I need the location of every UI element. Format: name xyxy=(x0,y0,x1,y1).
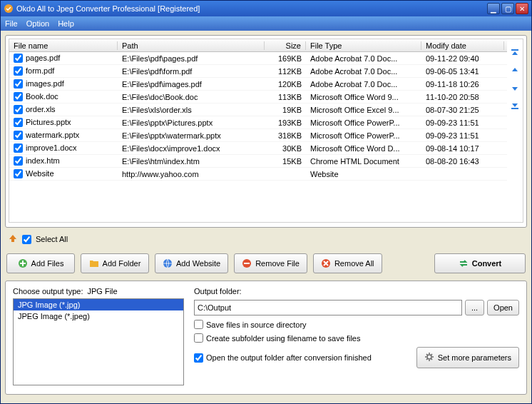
svg-rect-1 xyxy=(511,49,518,51)
table-row[interactable]: pages.pdfE:\Files\pdf\pages.pdf169KBAdob… xyxy=(9,52,507,65)
open-after-checkbox[interactable] xyxy=(194,353,203,363)
window-title: Okdo All to Jpeg Converter Professional … xyxy=(16,4,487,13)
table-row[interactable]: improve1.docxE:\Files\docx\improve1.docx… xyxy=(9,142,507,155)
save-in-source-checkbox[interactable] xyxy=(194,320,203,329)
move-up-button[interactable] xyxy=(509,65,521,76)
output-type-current: JPG File xyxy=(87,287,117,296)
globe-icon xyxy=(163,258,173,268)
close-button[interactable]: ✕ xyxy=(516,3,528,14)
save-in-source-label: Save files in source directory xyxy=(206,320,307,329)
plus-icon xyxy=(18,258,28,268)
maximize-button[interactable]: ▢ xyxy=(501,3,514,14)
add-website-button[interactable]: Add Website xyxy=(155,253,228,273)
row-checkbox[interactable] xyxy=(14,118,23,127)
menu-file[interactable]: File xyxy=(5,19,18,28)
table-row[interactable]: form.pdfE:\Files\pdf\form.pdf112KBAdobe … xyxy=(9,65,507,78)
row-checkbox[interactable] xyxy=(14,131,23,140)
select-all-checkbox[interactable] xyxy=(22,235,31,244)
remove-file-button[interactable]: Remove File xyxy=(234,253,307,273)
create-subfolder-label: Create subfolder using filename to save … xyxy=(206,334,360,343)
output-folder-label: Output folder: xyxy=(194,287,519,296)
convert-icon xyxy=(459,258,469,268)
row-checkbox[interactable] xyxy=(14,156,23,166)
table-row[interactable]: order.xlsE:\Files\xls\order.xls19KBMicro… xyxy=(9,103,507,116)
table-row[interactable]: Websitehttp://www.yahoo.comWebsite xyxy=(9,168,507,181)
gear-icon xyxy=(424,352,434,363)
output-panel: Choose output type: JPG File JPG Image (… xyxy=(5,281,527,395)
header-filename[interactable]: File name xyxy=(9,41,118,50)
browse-button[interactable]: ... xyxy=(465,300,484,315)
list-item[interactable]: JPG Image (*.jpg) xyxy=(14,299,183,310)
output-folder-input[interactable] xyxy=(194,300,462,315)
app-icon xyxy=(4,4,14,14)
add-files-button[interactable]: Add Files xyxy=(6,253,75,273)
row-checkbox[interactable] xyxy=(14,105,23,114)
create-subfolder-checkbox[interactable] xyxy=(194,333,203,343)
table-row[interactable]: Pictures.pptxE:\Files\pptx\Pictures.pptx… xyxy=(9,116,507,129)
table-body: pages.pdfE:\Files\pdf\pages.pdf169KBAdob… xyxy=(9,52,507,181)
move-down-button[interactable] xyxy=(509,82,521,94)
menu-help[interactable]: Help xyxy=(58,19,74,28)
output-folder-section: Output folder: ... Open Save files in so… xyxy=(194,287,519,385)
action-button-row: Add Files Add Folder Add Website Remove … xyxy=(5,251,527,276)
svg-rect-6 xyxy=(244,263,250,264)
open-folder-button[interactable]: Open xyxy=(487,300,519,315)
move-bottom-button[interactable] xyxy=(509,99,521,111)
file-list-panel: File name Path Size File Type Modify dat… xyxy=(5,35,527,228)
row-checkbox[interactable] xyxy=(14,92,23,101)
table-row[interactable]: index.htmE:\Files\htm\index.htm15KBChrom… xyxy=(9,155,507,168)
row-checkbox[interactable] xyxy=(14,143,23,153)
output-type-listbox[interactable]: JPG Image (*.jpg) JPEG Image (*.jpeg) xyxy=(13,298,184,385)
menubar: File Option Help xyxy=(1,16,531,31)
table-header: File name Path Size File Type Modify dat… xyxy=(9,39,507,52)
list-item[interactable]: JPEG Image (*.jpeg) xyxy=(14,310,183,322)
row-checkbox[interactable] xyxy=(14,54,23,63)
header-path[interactable]: Path xyxy=(118,41,265,50)
folder-icon xyxy=(89,258,99,268)
minus-icon xyxy=(242,258,252,268)
header-size[interactable]: Size xyxy=(265,41,306,50)
output-type-label: Choose output type: xyxy=(13,287,83,296)
row-checkbox[interactable] xyxy=(14,66,23,76)
titlebar: Okdo All to Jpeg Converter Professional … xyxy=(1,1,531,16)
header-filetype[interactable]: File Type xyxy=(306,41,421,50)
svg-point-8 xyxy=(427,355,431,359)
convert-button[interactable]: Convert xyxy=(434,253,526,273)
remove-all-button[interactable]: Remove All xyxy=(313,253,382,273)
table-row[interactable]: Book.docE:\Files\doc\Book.doc113KBMicros… xyxy=(9,91,507,103)
menu-option[interactable]: Option xyxy=(26,19,49,28)
table-row[interactable]: watermark.pptxE:\Files\pptx\watermark.pp… xyxy=(9,129,507,142)
row-checkbox[interactable] xyxy=(14,79,23,89)
app-window: Okdo All to Jpeg Converter Professional … xyxy=(0,0,532,404)
reorder-buttons xyxy=(507,39,523,222)
set-more-parameters-button[interactable]: Set more parameters xyxy=(416,347,519,368)
output-type-section: Choose output type: JPG File JPG Image (… xyxy=(13,287,184,385)
header-modifydate[interactable]: Modify date xyxy=(421,41,504,50)
add-folder-button[interactable]: Add Folder xyxy=(81,253,149,273)
minimize-button[interactable]: ▁ xyxy=(487,3,500,14)
move-top-button[interactable] xyxy=(509,48,521,59)
open-after-label: Open the output folder after conversion … xyxy=(206,353,372,362)
row-checkbox[interactable] xyxy=(14,169,23,178)
client-area: File name Path Size File Type Modify dat… xyxy=(1,31,531,403)
select-all-label: Select All xyxy=(36,235,68,243)
select-all-row: Select All xyxy=(5,232,527,246)
table-row[interactable]: images.pdfE:\Files\pdf\images.pdf120KBAd… xyxy=(9,78,507,91)
remove-all-icon xyxy=(321,258,331,268)
svg-rect-2 xyxy=(511,108,518,109)
window-buttons: ▁ ▢ ✕ xyxy=(487,3,528,14)
up-arrow-icon xyxy=(8,233,18,245)
file-table: File name Path Size File Type Modify dat… xyxy=(9,39,523,223)
